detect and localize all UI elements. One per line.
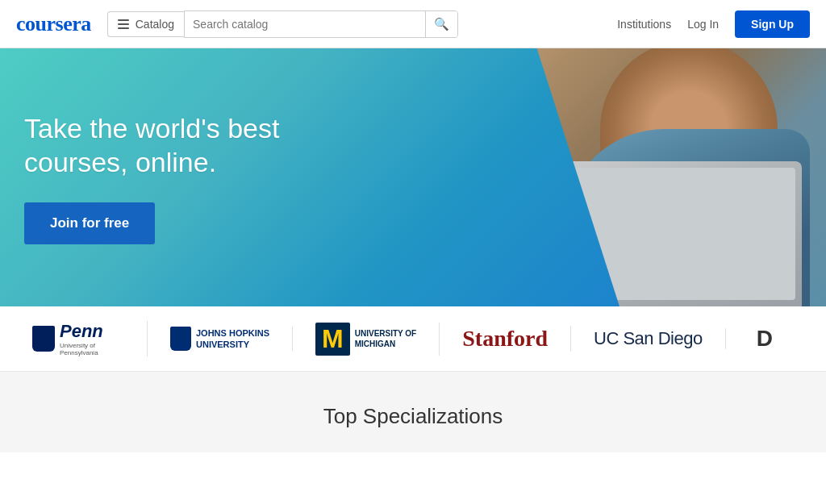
jhu-name: JOHNS HOPKINSUNIVERSITY	[196, 327, 269, 351]
bottom-section: Top Specializations	[0, 372, 826, 452]
partial-logo: D	[749, 326, 773, 352]
hero-content: Take the world's best courses, online. J…	[0, 111, 339, 244]
navbar-right: Institutions Log In Sign Up	[617, 10, 810, 38]
logo-text: coursera	[16, 12, 91, 36]
partner-ucsd[interactable]: UC San Diego	[571, 328, 726, 349]
michigan-logo: M UNIVERSITY OFMICHIGAN	[315, 323, 416, 356]
jhu-shield-icon	[170, 327, 191, 351]
search-input[interactable]	[185, 12, 425, 36]
jhu-logo: JOHNS HOPKINSUNIVERSITY	[170, 327, 269, 351]
ucsd-logo: UC San Diego	[594, 328, 703, 349]
partner-johns-hopkins[interactable]: JOHNS HOPKINSUNIVERSITY	[148, 327, 293, 351]
partner-stanford[interactable]: Stanford	[440, 326, 571, 352]
partner-penn[interactable]: Penn University of Pennsylvania	[24, 321, 148, 356]
partners-bar: Penn University of Pennsylvania JOHNS HO…	[0, 306, 826, 372]
hero-title: Take the world's best courses, online.	[24, 111, 315, 180]
penn-logo: Penn University of Pennsylvania	[32, 321, 124, 356]
institutions-link[interactable]: Institutions	[617, 18, 671, 31]
search-container: 🔍	[184, 10, 458, 38]
michigan-name: UNIVERSITY OFMICHIGAN	[355, 328, 417, 349]
login-link[interactable]: Log In	[687, 18, 719, 31]
hero-section: Take the world's best courses, online. J…	[0, 48, 826, 306]
coursera-logo[interactable]: coursera	[16, 12, 91, 36]
penn-shield-icon	[32, 326, 55, 352]
stanford-name: Stanford	[462, 326, 548, 352]
catalog-label: Catalog	[136, 18, 174, 31]
search-button[interactable]: 🔍	[425, 11, 457, 37]
ucsd-name: UC San Diego	[594, 328, 703, 349]
partner-michigan[interactable]: M UNIVERSITY OFMICHIGAN	[293, 323, 440, 356]
michigan-m-icon: M	[315, 323, 350, 356]
partner-partial: D	[726, 326, 795, 352]
penn-subtext: University of Pennsylvania	[60, 342, 124, 356]
search-icon: 🔍	[434, 17, 449, 31]
signup-button[interactable]: Sign Up	[735, 10, 810, 38]
join-free-button[interactable]: Join for free	[24, 202, 155, 244]
penn-name: Penn	[60, 321, 103, 341]
navbar: coursera Catalog 🔍 Institutions Log In S…	[0, 0, 826, 48]
catalog-button[interactable]: Catalog	[107, 11, 184, 37]
catalog-icon	[118, 19, 129, 29]
top-specializations-title: Top Specializations	[16, 404, 810, 429]
